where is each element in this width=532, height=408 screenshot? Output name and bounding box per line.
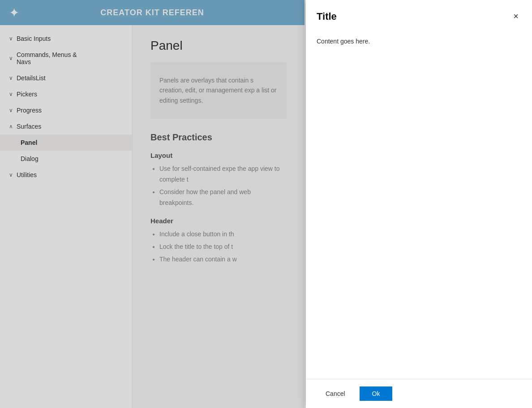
- dialog-header: Title ×: [306, 0, 532, 30]
- ok-button[interactable]: Ok: [360, 386, 393, 401]
- dialog-content: Content goes here.: [317, 37, 521, 46]
- dialog-body: Content goes here.: [306, 30, 532, 379]
- dialog-footer: Cancel Ok: [306, 379, 532, 408]
- dialog-title: Title: [317, 11, 337, 22]
- dialog-panel: Title × Content goes here. Cancel Ok: [306, 0, 532, 408]
- close-button[interactable]: ×: [511, 11, 521, 22]
- cancel-button[interactable]: Cancel: [317, 386, 354, 401]
